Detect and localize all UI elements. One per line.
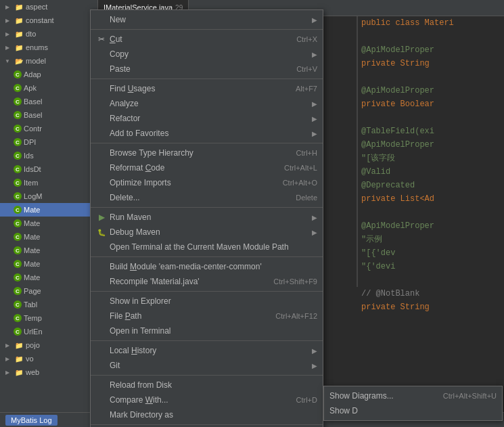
sidebar-item-web[interactable]: 📁 web [0, 365, 97, 379]
sidebar-item-constant[interactable]: 📁 constant [0, 14, 97, 27]
sidebar-item-dpi[interactable]: C DPI [0, 135, 97, 149]
compare-shortcut: Ctrl+D [296, 396, 317, 404]
menu-item-build-module-label: Build Module 'eam-media-center-common' [110, 262, 317, 271]
code-line-15 [359, 206, 504, 219]
folder-icon: 📁 [14, 43, 24, 52]
menu-item-find-usages[interactable]: Find Usages Alt+F7 [91, 81, 323, 96]
sidebar-item-mate4[interactable]: C Mate [0, 244, 97, 257]
sidebar-item-idsdt[interactable]: C IdsDt [0, 162, 97, 176]
sidebar-item-mate1[interactable]: C Mate [0, 203, 97, 217]
menu-item-analyze[interactable]: Analyze ▶ [91, 96, 323, 111]
code-line-6: @ApiModelProper [359, 84, 504, 97]
menu-item-find-usages-label: Find Usages [110, 84, 282, 93]
menu-item-delete[interactable]: Delete... Delete [91, 190, 323, 205]
sidebar-item-aspect[interactable]: 📁 aspect [0, 0, 97, 14]
sidebar-item-tabl[interactable]: C Tabl [0, 298, 97, 311]
refactor-icon [96, 113, 107, 124]
menu-item-copy[interactable]: Copy ▶ [91, 47, 323, 62]
sidebar-item-temp[interactable]: C Temp [0, 311, 97, 325]
class-icon: C [14, 328, 22, 336]
cut-shortcut: Ctrl+X [296, 35, 317, 43]
code-line-14: private List<Ad [359, 192, 504, 206]
menu-item-mark-directory[interactable]: Mark Directory as [91, 407, 323, 422]
menu-item-run-maven[interactable]: ▶ Run Maven ▶ [91, 210, 323, 225]
menu-item-open-terminal-maven[interactable]: Open Terminal at the Current Maven Modul… [91, 240, 323, 254]
mark-dir-icon [96, 409, 107, 420]
sidebar-item-ids[interactable]: C Ids [0, 149, 97, 162]
mybatis-tab[interactable]: MyBatis Log [5, 415, 58, 426]
menu-item-file-path[interactable]: File Path Ctrl+Alt+F12 [91, 309, 323, 323]
build-icon [96, 261, 107, 272]
menu-item-recompile-label: Recompile 'Material.java' [110, 277, 260, 286]
menu-item-add-favorites[interactable]: Add to Favorites ▶ [91, 126, 323, 141]
menu-item-reload-disk[interactable]: Reload from Disk [91, 378, 323, 392]
submenu-item-show-d[interactable]: Show D [324, 403, 502, 418]
menu-item-open-terminal[interactable]: Open in Terminal [91, 323, 323, 338]
menu-item-compare-with[interactable]: Compare With... Ctrl+D [91, 392, 323, 407]
arrow-right-icon [3, 16, 12, 25]
compare-icon [96, 395, 107, 405]
separator [91, 375, 323, 376]
sidebar-item-dto[interactable]: 📁 dto [0, 27, 97, 41]
menu-item-reformat[interactable]: Reformat Code Ctrl+Alt+L [91, 160, 323, 175]
show-diagrams-shortcut: Ctrl+Alt+Shift+U [443, 392, 497, 400]
menu-item-recompile[interactable]: Recompile 'Material.java' Ctrl+Shift+F9 [91, 274, 323, 289]
sidebar-item-urlen[interactable]: C UrlEn [0, 325, 97, 338]
separator [91, 78, 323, 79]
file-path-icon [96, 311, 107, 321]
sidebar-item-page[interactable]: C Page [0, 284, 97, 298]
copy-icon [96, 49, 107, 60]
submenu-item-show-diagrams[interactable]: Show Diagrams... Ctrl+Alt+Shift+U [324, 388, 502, 403]
separator [91, 29, 323, 30]
menu-item-delete-label: Delete... [110, 193, 282, 202]
run-maven-icon: ▶ [96, 212, 107, 223]
menu-item-copy-label: Copy [110, 49, 309, 59]
sidebar-item-adap[interactable]: C Adap [0, 68, 97, 81]
menu-item-git[interactable]: Git ▶ [91, 358, 323, 373]
separator [91, 340, 323, 341]
class-icon: C [14, 273, 22, 282]
sidebar-item-apk[interactable]: C Apk [0, 81, 97, 95]
class-icon: C [14, 152, 22, 160]
submenu-arrow: ▶ [312, 16, 317, 24]
code-line-4: private String [359, 57, 504, 70]
class-icon: C [14, 233, 22, 241]
sidebar-item-mate3[interactable]: C Mate [0, 230, 97, 244]
menu-item-refactor[interactable]: Refactor ▶ [91, 111, 323, 126]
submenu-arrow: ▶ [312, 100, 317, 108]
code-line-11: "[该字段 [359, 152, 504, 165]
menu-item-new[interactable]: New ▶ [91, 12, 323, 27]
menu-item-show-explorer[interactable]: Show in Explorer [91, 294, 323, 309]
menu-item-file-path-label: File Path [110, 311, 262, 321]
sidebar-item-model[interactable]: 📂 model [0, 54, 97, 68]
code-divider [357, 16, 358, 287]
sidebar-item-item[interactable]: C Item [0, 176, 97, 189]
sidebar-item-pojo[interactable]: 📁 pojo [0, 338, 97, 352]
sidebar-item-contr[interactable]: C Contr [0, 122, 97, 135]
code-line-21: // @NotBlank [359, 287, 504, 300]
class-icon: C [14, 84, 22, 92]
menu-item-optimize-imports[interactable]: Optimize Imports Ctrl+Alt+O [91, 175, 323, 190]
sidebar-item-mate5[interactable]: C Mate [0, 257, 97, 271]
sidebar-item-mate6[interactable]: C Mate [0, 271, 97, 284]
sidebar-item-base1[interactable]: C Basel [0, 95, 97, 108]
menu-item-paste[interactable]: Paste Ctrl+V [91, 62, 323, 76]
class-icon: C [14, 219, 22, 227]
menu-item-browse-hierarchy[interactable]: Browse Type Hierarchy Ctrl+H [91, 145, 323, 160]
sidebar-item-enums[interactable]: 📁 enums [0, 41, 97, 54]
sidebar-item-mate2[interactable]: C Mate [0, 217, 97, 230]
sidebar-item-logm[interactable]: C LogM [0, 189, 97, 203]
sidebar-item-vo[interactable]: 📁 vo [0, 352, 97, 365]
file-path-shortcut: Ctrl+Alt+F12 [275, 312, 317, 320]
debug-maven-icon: 🐛 [96, 227, 107, 238]
class-icon: C [14, 260, 22, 268]
code-line-2 [359, 30, 504, 43]
menu-item-reload-disk-label: Reload from Disk [110, 380, 317, 390]
menu-item-local-history[interactable]: Local History ▶ [91, 343, 323, 358]
menu-item-debug-maven[interactable]: 🐛 Debug Maven ▶ [91, 225, 323, 240]
menu-item-build-module[interactable]: Build Module 'eam-media-center-common' [91, 259, 323, 274]
delete-icon [96, 192, 107, 203]
menu-item-cut[interactable]: ✂ Cut Ctrl+X [91, 32, 323, 47]
sidebar-item-base2[interactable]: C Basel [0, 108, 97, 122]
paste-icon [96, 64, 107, 74]
